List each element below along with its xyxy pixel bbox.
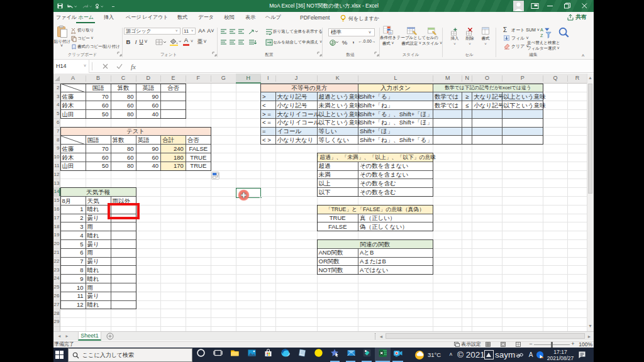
svg-text:A: A [540,27,543,33]
svg-text:fx: fx [131,63,136,70]
svg-text:Z: Z [540,33,543,38]
